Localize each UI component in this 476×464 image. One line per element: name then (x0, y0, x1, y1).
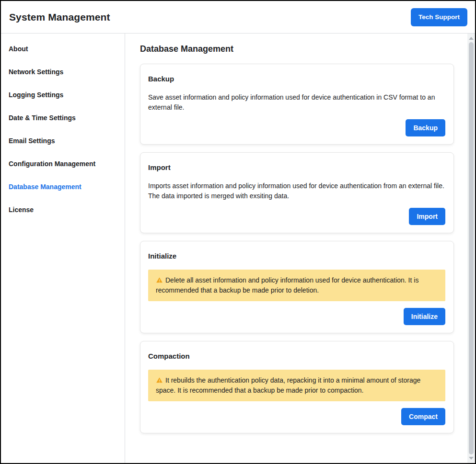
warning-banner: It rebuilds the authentication policy da… (148, 370, 445, 401)
scroll-down-button[interactable] (469, 457, 474, 460)
card-backup: Backup Save asset information and policy… (140, 64, 454, 145)
page-title: System Management (9, 11, 110, 23)
tech-support-button[interactable]: Tech Support (411, 8, 467, 26)
card-actions: Backup (148, 119, 445, 136)
card-actions: Initialize (148, 308, 445, 325)
warning-triangle-icon (156, 377, 163, 384)
warning-triangle-icon (156, 277, 163, 283)
sidebar: About Network Settings Logging Settings … (1, 34, 125, 463)
backup-button[interactable]: Backup (406, 119, 445, 136)
card-description: Imports asset information and policy inf… (148, 181, 445, 201)
card-actions: Compact (148, 408, 445, 425)
card-initialize: Initialize Delete all asset information … (140, 241, 454, 333)
card-title: Backup (148, 75, 445, 83)
initialize-button[interactable]: Initialize (404, 308, 445, 325)
sidebar-item-license[interactable]: License (1, 198, 125, 221)
vertical-scrollbar[interactable] (467, 34, 475, 463)
card-actions: Import (148, 208, 445, 225)
import-button[interactable]: Import (409, 208, 445, 225)
card-title: Compaction (148, 352, 445, 360)
warning-text: Delete all asset information and policy … (156, 276, 418, 294)
scroll-up-button[interactable] (469, 37, 474, 40)
card-title: Initialize (148, 252, 445, 260)
sidebar-item-logging-settings[interactable]: Logging Settings (1, 83, 125, 106)
section-heading: Database Management (140, 44, 454, 54)
scrollbar-thumb[interactable] (469, 42, 474, 454)
sidebar-item-database-management[interactable]: Database Management (1, 175, 125, 198)
sidebar-item-configuration-management[interactable]: Configuration Management (1, 152, 125, 175)
compact-button[interactable]: Compact (401, 408, 445, 425)
main-content: Database Management Backup Save asset in… (125, 34, 467, 463)
body-row: About Network Settings Logging Settings … (1, 34, 475, 463)
app-window: System Management Tech Support About Net… (0, 0, 476, 464)
card-import: Import Imports asset information and pol… (140, 152, 454, 233)
app-header: System Management Tech Support (1, 1, 475, 34)
sidebar-item-date-time-settings[interactable]: Date & Time Settings (1, 106, 125, 129)
warning-banner: Delete all asset information and policy … (148, 270, 445, 301)
sidebar-item-network-settings[interactable]: Network Settings (1, 60, 125, 83)
card-description: Save asset information and policy inform… (148, 92, 445, 113)
card-title: Import (148, 163, 445, 171)
card-compaction: Compaction It rebuilds the authenticatio… (140, 341, 454, 433)
warning-text: It rebuilds the authentication policy da… (156, 376, 420, 394)
sidebar-item-email-settings[interactable]: Email Settings (1, 129, 125, 152)
sidebar-item-about[interactable]: About (1, 37, 125, 60)
